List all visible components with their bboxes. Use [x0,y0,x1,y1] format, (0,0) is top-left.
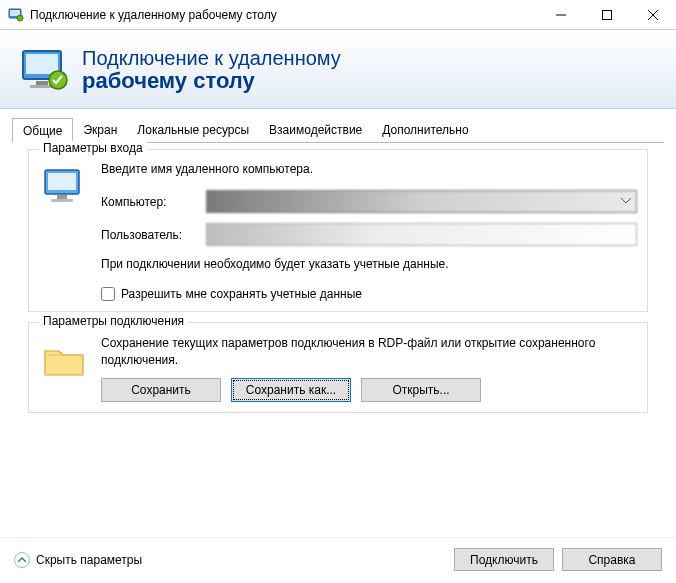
hide-options-label: Скрыть параметры [36,553,142,567]
login-legend: Параметры входа [39,141,147,155]
folder-icon [41,337,89,385]
chevron-up-icon [14,552,30,568]
credentials-note: При подключении необходимо будет указать… [101,256,637,273]
computer-label: Компьютер: [101,195,206,209]
svg-rect-13 [48,173,76,190]
connection-legend: Параметры подключения [39,314,188,328]
user-input[interactable] [206,223,637,246]
hide-options-toggle[interactable]: Скрыть параметры [14,552,142,568]
tab-general[interactable]: Общие [12,118,73,143]
header-title-line2: рабочему столу [82,69,341,93]
user-label: Пользователь: [101,228,206,242]
svg-point-2 [17,15,23,21]
tab-local-resources[interactable]: Локальные ресурсы [127,118,259,143]
computer-combo[interactable] [206,190,637,213]
header-title-line1: Подключение к удаленному [82,47,341,69]
footer: Скрыть параметры Подключить Справка [0,537,676,583]
tab-experience[interactable]: Взаимодействие [259,118,372,143]
computer-input[interactable] [206,190,637,213]
help-button[interactable]: Справка [562,548,662,571]
svg-rect-15 [51,199,73,202]
header-banner: Подключение к удаленному рабочему столу [0,30,676,109]
rdp-monitor-icon [20,46,68,94]
titlebar: Подключение к удаленному рабочему столу [0,0,676,30]
connection-settings-group: Параметры подключения Сохранение текущих… [28,322,648,414]
computer-icon [41,164,89,212]
login-instruction: Введите имя удаленного компьютера. [101,162,637,176]
save-as-button[interactable]: Сохранить как... [231,378,351,402]
minimize-button[interactable] [538,0,584,30]
close-button[interactable] [630,0,676,30]
open-button[interactable]: Открыть... [361,378,481,402]
connect-button[interactable]: Подключить [454,548,554,571]
svg-rect-4 [603,10,612,19]
save-credentials-checkbox[interactable]: Разрешить мне сохранять учетные данные [101,287,637,301]
svg-rect-9 [36,81,48,85]
svg-rect-8 [26,54,58,74]
tabs: Общие Экран Локальные ресурсы Взаимодейс… [12,117,664,143]
svg-rect-14 [57,195,67,199]
save-credentials-input[interactable] [101,287,115,301]
connection-description: Сохранение текущих параметров подключени… [101,335,637,369]
window-title: Подключение к удаленному рабочему столу [30,8,538,22]
save-credentials-label: Разрешить мне сохранять учетные данные [121,287,362,301]
save-button[interactable]: Сохранить [101,378,221,402]
app-icon [8,7,24,23]
tab-advanced[interactable]: Дополнительно [372,118,478,143]
maximize-button[interactable] [584,0,630,30]
login-settings-group: Параметры входа Введите имя удаленного к… [28,149,648,312]
tab-display[interactable]: Экран [73,118,127,143]
